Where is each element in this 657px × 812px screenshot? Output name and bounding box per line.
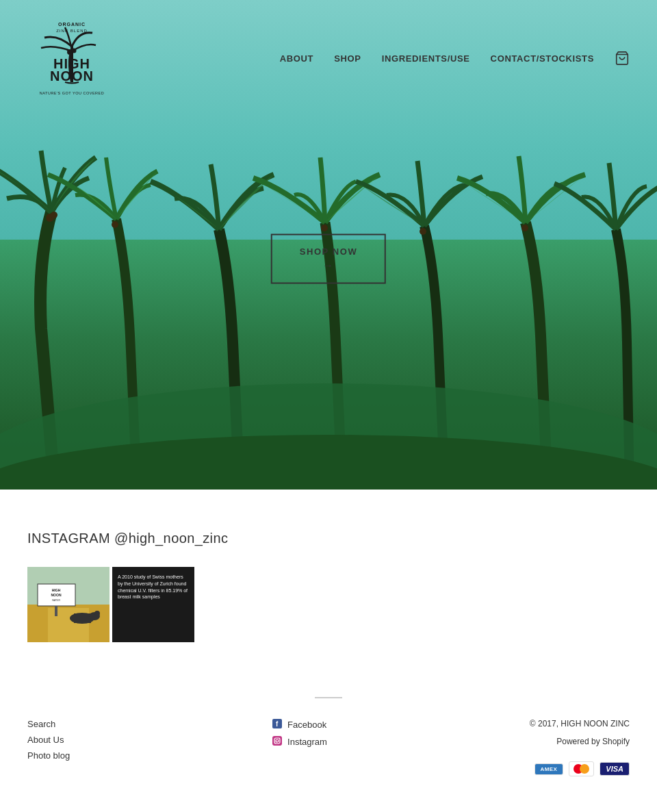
instagram-section: INSTAGRAM @high_noon_zinc HIGH NOON WATE… [0,490,657,670]
footer-link-blog[interactable]: Photo blog [27,750,70,761]
shop-now-button[interactable]: SHOP NOW → [271,233,386,283]
instagram-thumb-2[interactable]: A 2010 study of Swiss mothers by the Uni… [112,567,194,642]
svg-rect-29 [74,613,77,623]
shop-now-arrow: → [300,259,357,271]
nav-about[interactable]: ABOUT [280,53,313,64]
logo-wrap[interactable]: ORGANIC ZINC BLEND HIGH NOON NATURE'S GO… [27,14,116,103]
footer-instagram[interactable]: Instagram [272,736,327,748]
footer-social-col: f Facebook Instagram [272,719,327,748]
instagram-grid: HIGH NOON WATER A 2010 study of Swiss mo… [27,567,630,642]
powered-by-text: Powered by Shopify [530,737,630,746]
logo: ORGANIC ZINC BLEND HIGH NOON NATURE'S GO… [27,14,116,103]
instagram-thumb-1[interactable]: HIGH NOON WATER [27,567,110,642]
nav-shop[interactable]: SHOP [334,53,361,64]
instagram-label: Instagram [287,737,327,747]
instagram-title: INSTAGRAM @high_noon_zinc [27,531,630,546]
instagram-thumb-2-text: A 2010 study of Swiss mothers by the Uni… [118,574,189,600]
svg-rect-27 [55,606,57,616]
svg-text:ZINC BLEND: ZINC BLEND [56,29,88,33]
svg-point-2 [72,49,77,53]
footer-divider [315,697,342,698]
footer-copyright-col: © 2017, HIGH NOON ZINC Powered by Shopif… [530,719,630,776]
cart-icon [615,51,630,66]
mc-circle-right [580,764,589,774]
site-footer: Search About Us Photo blog f Facebook [0,719,657,812]
copyright-text: © 2017, HIGH NOON ZINC [530,719,630,728]
amex-badge: AMEX [534,763,564,775]
svg-point-32 [94,611,100,616]
svg-rect-35 [272,736,282,746]
svg-point-15 [112,221,118,228]
svg-text:NOON: NOON [51,593,62,597]
mastercard-badge [569,761,594,776]
svg-point-16 [321,225,328,231]
footer-link-search[interactable]: Search [27,719,70,729]
svg-text:NATURE'S GOT YOU COVERED: NATURE'S GOT YOU COVERED [40,91,104,95]
svg-text:ORGANIC: ORGANIC [58,22,86,27]
svg-text:WATER: WATER [52,599,61,602]
footer-links-col: Search About Us Photo blog [27,719,70,761]
footer-facebook[interactable]: f Facebook [272,719,327,731]
shop-now-label: SHOP NOW [300,246,357,256]
visa-badge: VISA [600,762,630,776]
nav-ingredients[interactable]: INGREDIENTS/USE [382,53,470,64]
facebook-label: Facebook [287,720,326,730]
svg-text:NOON: NOON [50,68,94,84]
instagram-icon [272,736,282,748]
main-nav: ABOUT SHOP INGREDIENTS/USE CONTACT/STOCK… [280,51,630,66]
svg-text:HIGH: HIGH [52,588,61,592]
svg-point-17 [420,228,426,235]
svg-point-18 [521,225,528,231]
svg-point-11 [0,383,657,490]
footer-columns: Search About Us Photo blog f Facebook [27,719,630,776]
footer-link-about[interactable]: About Us [27,735,70,745]
svg-point-38 [279,738,281,739]
svg-point-12 [0,435,657,490]
facebook-icon: f [272,719,282,731]
site-header: ORGANIC ZINC BLEND HIGH NOON NATURE'S GO… [0,0,657,116]
instagram-thumb-1-svg: HIGH NOON WATER [27,567,110,642]
svg-point-14 [51,212,57,218]
cart-icon-wrap[interactable] [615,51,630,66]
payment-icons: AMEX VISA [530,761,630,776]
shop-now-wrap: SHOP NOW → [271,233,386,283]
nav-contact[interactable]: CONTACT/STOCKISTS [491,53,594,64]
svg-point-13 [46,214,54,222]
